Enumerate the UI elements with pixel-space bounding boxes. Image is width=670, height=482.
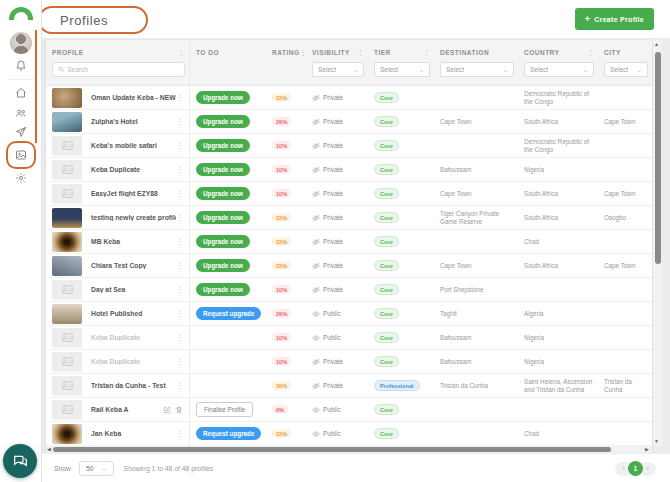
send-plane-icon[interactable] bbox=[0, 126, 42, 138]
row-menu-icon[interactable]: ⋮ bbox=[176, 190, 183, 197]
filter-select[interactable]: Select ⌄ bbox=[312, 62, 364, 77]
destination-cell bbox=[434, 134, 518, 157]
page-size-select[interactable]: 50 ⌄ bbox=[79, 461, 114, 476]
profile-thumbnail bbox=[52, 208, 82, 228]
destination-cell: Cape Town bbox=[434, 110, 518, 133]
column-menu-icon[interactable]: ⋮ bbox=[178, 49, 185, 56]
table-row[interactable]: Keba Duplicate ⋮ Upgrade now 10% Private… bbox=[46, 158, 652, 182]
row-menu-icon[interactable]: ⋮ bbox=[176, 334, 183, 341]
notifications-bell-icon[interactable] bbox=[0, 59, 42, 71]
row-menu-icon[interactable]: ⋮ bbox=[176, 166, 183, 173]
filter-select[interactable]: Select ⌄ bbox=[604, 62, 648, 77]
user-avatar[interactable] bbox=[10, 32, 32, 54]
scroll-right-icon[interactable]: ▶ bbox=[645, 447, 649, 452]
todo-button[interactable]: Upgrade now bbox=[196, 283, 250, 296]
show-label: Show bbox=[54, 465, 71, 472]
vertical-scrollbar[interactable]: ▲ ▼ bbox=[653, 40, 662, 446]
settings-gear-icon[interactable] bbox=[0, 172, 42, 184]
scroll-down-icon[interactable]: ▼ bbox=[654, 439, 659, 444]
rating-badge: 33% bbox=[272, 237, 291, 246]
current-page-button[interactable]: 1 bbox=[628, 461, 643, 476]
destination-cell: Port Shepstone bbox=[434, 278, 518, 301]
todo-button[interactable]: Upgrade now bbox=[196, 259, 250, 272]
scroll-up-icon[interactable]: ▲ bbox=[654, 42, 659, 47]
destination-cell: Bafoussam bbox=[434, 350, 518, 373]
annotation-circle-title: Profiles bbox=[38, 6, 148, 34]
profiles-image-icon[interactable] bbox=[0, 149, 42, 161]
todo-button[interactable]: Upgrade now bbox=[196, 211, 250, 224]
table-row[interactable]: Oman Update Keba - NEW ⋮ Upgrade now 33%… bbox=[46, 86, 652, 110]
filter-select[interactable]: Select ⌄ bbox=[524, 62, 594, 77]
profile-thumbnail bbox=[52, 400, 82, 420]
destination-cell: Cape Town bbox=[434, 254, 518, 277]
destination-cell: Bafoussam bbox=[434, 158, 518, 181]
table-row[interactable]: MB Keba ⋮ Upgrade now 33% Private Core C… bbox=[46, 230, 652, 254]
row-menu-icon[interactable]: ⋮ bbox=[176, 118, 183, 125]
column-menu-icon[interactable]: ⋮ bbox=[423, 49, 430, 56]
horizontal-scrollbar-thumb[interactable] bbox=[53, 447, 611, 452]
city-cell bbox=[598, 230, 652, 253]
table-row[interactable]: Jan Keba ⋮ Request upgrade 33% Public Co… bbox=[46, 422, 652, 446]
search-input[interactable] bbox=[67, 66, 179, 73]
row-menu-icon[interactable]: ⋮ bbox=[176, 358, 183, 365]
table-row[interactable]: Tristan da Cunha - Test ⋮ 30% Private Pr… bbox=[46, 374, 652, 398]
todo-button[interactable]: Upgrade now bbox=[196, 163, 250, 176]
table-row[interactable]: Hotel Published ⋮ Request upgrade 26% Pu… bbox=[46, 302, 652, 326]
create-profile-button[interactable]: + Create Profile bbox=[575, 8, 654, 30]
table-row[interactable]: testing newly create profiles ⋮ Upgrade … bbox=[46, 206, 652, 230]
todo-button[interactable]: Upgrade now bbox=[196, 115, 250, 128]
table-row[interactable]: Keba's mobile safari ⋮ Upgrade now 10% P… bbox=[46, 134, 652, 158]
home-icon[interactable] bbox=[0, 87, 42, 99]
table-row[interactable]: Keba Duplicate ⋮ 10% Private Core Bafous… bbox=[46, 350, 652, 374]
table-footer: Show 50 ⌄ Showing 1 to 48 of 48 profiles… bbox=[42, 453, 670, 482]
eye-icon bbox=[312, 310, 320, 318]
row-menu-icon[interactable]: ⋮ bbox=[176, 262, 183, 269]
row-menu-icon[interactable]: ⋮ bbox=[176, 286, 183, 293]
scroll-left-icon[interactable]: ◀ bbox=[47, 447, 51, 452]
table-row[interactable]: Keba Duplicate ⋮ 10% Public Core Bafouss… bbox=[46, 326, 652, 350]
table-row[interactable]: Zulpha's Hotel ⋮ Upgrade now 26% Private… bbox=[46, 110, 652, 134]
delete-icon[interactable] bbox=[175, 406, 183, 414]
todo-button[interactable]: Request upgrade bbox=[196, 307, 261, 320]
row-menu-icon[interactable]: ⋮ bbox=[176, 310, 183, 317]
rating-badge: 10% bbox=[272, 285, 291, 294]
column-menu-icon[interactable]: ⋮ bbox=[357, 49, 364, 56]
profile-name: EasyJet flight EZY88 bbox=[91, 190, 176, 197]
team-users-icon[interactable] bbox=[0, 107, 42, 119]
todo-button[interactable]: Upgrade now bbox=[196, 235, 250, 248]
vertical-scrollbar-thumb[interactable] bbox=[655, 52, 661, 264]
brand-logo-icon[interactable] bbox=[9, 7, 33, 20]
horizontal-scrollbar[interactable]: ◀ ▶ bbox=[46, 446, 652, 453]
edit-icon[interactable] bbox=[163, 406, 171, 414]
row-menu-icon[interactable]: ⋮ bbox=[176, 238, 183, 245]
todo-button[interactable]: Upgrade now bbox=[196, 91, 250, 104]
tier-badge: Core bbox=[374, 212, 399, 223]
country-cell: Nigeria bbox=[518, 350, 598, 373]
filter-select[interactable]: Select ⌄ bbox=[374, 62, 430, 77]
profile-thumbnail bbox=[52, 88, 82, 108]
row-menu-icon[interactable]: ⋮ bbox=[176, 94, 183, 101]
table-row[interactable]: Rail Keba A ⋮ Finalise Profile 0% Public… bbox=[46, 398, 652, 422]
todo-button[interactable]: Finalise Profile bbox=[196, 402, 253, 417]
image-placeholder-icon bbox=[62, 165, 73, 174]
table-row[interactable]: EasyJet flight EZY88 ⋮ Upgrade now 10% P… bbox=[46, 182, 652, 206]
todo-button[interactable]: Request upgrade bbox=[196, 427, 261, 440]
rating-badge: 0% bbox=[272, 405, 288, 414]
table-row[interactable]: Day at Sea ⋮ Upgrade now 10% Private Cor… bbox=[46, 278, 652, 302]
column-header-tier: TIER ⋮ Select ⌄ bbox=[368, 40, 434, 85]
filter-select[interactable]: Select ⌄ bbox=[440, 62, 514, 77]
column-menu-icon[interactable]: ⋮ bbox=[587, 49, 594, 56]
visibility-label: Private bbox=[323, 238, 343, 245]
chat-button[interactable] bbox=[3, 444, 37, 478]
row-menu-icon[interactable]: ⋮ bbox=[176, 430, 183, 437]
table-row[interactable]: Chiara Test Copy ⋮ Upgrade now 23% Priva… bbox=[46, 254, 652, 278]
rating-badge: 33% bbox=[272, 429, 291, 438]
row-menu-icon[interactable]: ⋮ bbox=[176, 142, 183, 149]
image-placeholder-icon bbox=[62, 357, 73, 366]
row-menu-icon[interactable]: ⋮ bbox=[176, 382, 183, 389]
eye-off-icon bbox=[312, 358, 320, 366]
todo-button[interactable]: Upgrade now bbox=[196, 139, 250, 152]
row-menu-icon[interactable]: ⋮ bbox=[176, 214, 183, 221]
country-cell: South Africa bbox=[518, 110, 598, 133]
todo-button[interactable]: Upgrade now bbox=[196, 187, 250, 200]
